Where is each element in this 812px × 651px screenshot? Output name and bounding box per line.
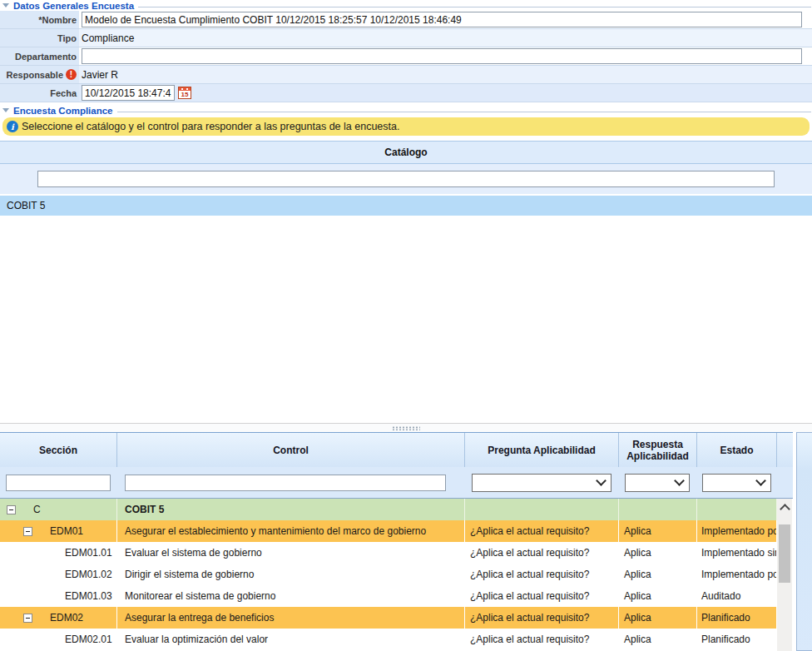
vertical-scrollbar[interactable] [777, 499, 792, 651]
grid-body: CCOBIT 5EDM01Asegurar el establecimiento… [0, 499, 793, 651]
cell-seccion: C [0, 499, 117, 520]
filter-seccion-input[interactable] [6, 475, 111, 491]
required-warning-icon: ! [66, 69, 77, 80]
responsable-label-text: Responsable [7, 70, 63, 80]
seccion-text: C [33, 504, 41, 515]
calendar-icon[interactable]: 15 [178, 87, 191, 99]
cell-respuesta: Aplica [619, 607, 697, 629]
form-row-tipo: Tipo Compliance [0, 29, 812, 47]
cell-pregunta: ¿Aplica el actual requisito? [465, 629, 619, 650]
seccion-text: EDM02.01 [65, 634, 112, 645]
cell-estado: Planificado [697, 607, 777, 629]
cell-control: COBIT 5 [117, 499, 465, 520]
column-header-gutter [777, 433, 793, 467]
column-header-estado[interactable]: Estado [697, 433, 777, 467]
grid-row-edm01.01[interactable]: EDM01.01Evaluar el sistema de gobierno¿A… [0, 542, 777, 564]
filter-control-input[interactable] [125, 475, 446, 491]
catalog-header: Catálogo [0, 141, 812, 164]
grid-filter-row [0, 467, 793, 499]
right-side-panel [796, 432, 812, 651]
section-rule [138, 7, 811, 7]
cell-respuesta: Aplica [619, 542, 697, 564]
cell-seccion: EDM01.03 [0, 585, 117, 607]
catalog-empty-area [0, 216, 812, 423]
cell-estado: Auditado [697, 585, 777, 607]
fecha-input[interactable] [82, 85, 175, 101]
collapse-arrow-icon[interactable] [2, 108, 9, 112]
filter-pregunta-select[interactable] [472, 474, 611, 492]
cell-respuesta: Aplica [619, 585, 697, 607]
departamento-label: Departamento [0, 47, 79, 65]
cell-pregunta: ¿Aplica el actual requisito? [465, 585, 619, 607]
filter-respuesta-select[interactable] [625, 474, 690, 492]
seccion-text: EDM02 [50, 612, 83, 624]
responsable-label: Responsable ! [0, 66, 79, 83]
departamento-input[interactable] [82, 48, 802, 64]
grid-rows: CCOBIT 5EDM01Asegurar el establecimiento… [0, 499, 777, 650]
cell-pregunta: ¿Aplica el actual requisito? [465, 542, 619, 564]
cell-control: Evaluar el sistema de gobierno [117, 542, 465, 564]
cell-estado: Implementado sin [697, 542, 777, 564]
collapse-minus-icon[interactable] [23, 614, 32, 623]
cell-estado: Planificado [697, 629, 777, 650]
scroll-up-icon[interactable] [780, 504, 790, 514]
cell-control: Asegurar el establecimiento y mantenimie… [117, 520, 465, 542]
cell-control: Dirigir el sistema de gobierno [117, 564, 465, 585]
column-header-pregunta[interactable]: Pregunta Aplicabilidad [465, 433, 619, 467]
seccion-text: EDM01.03 [65, 590, 112, 602]
responsable-value: Javier R [79, 66, 812, 83]
page: Datos Generales Encuesta *Nombre Tipo Co… [0, 0, 812, 651]
info-banner: i Seleccione el catálogo y el control pa… [2, 117, 810, 136]
column-header-respuesta[interactable]: Respuesta Aplicabilidad [619, 433, 697, 467]
grid-row-edm01[interactable]: EDM01Asegurar el establecimiento y mante… [0, 520, 777, 542]
filter-estado-select[interactable] [702, 474, 771, 492]
catalog-filter-row [0, 164, 812, 194]
section-rule [117, 112, 811, 112]
splitter-handle-icon[interactable] [392, 426, 420, 430]
form-row-responsable: Responsable ! Javier R [0, 66, 812, 84]
horizontal-splitter[interactable] [0, 423, 812, 432]
form-row-fecha: Fecha 15 [0, 84, 812, 102]
grid-row-edm02[interactable]: EDM02Asegurar la entrega de beneficios¿A… [0, 607, 777, 629]
grid-header: Sección Control Pregunta Aplicabilidad R… [0, 432, 793, 467]
cell-control: Monitorear el sistema de gobierno [117, 585, 465, 607]
section-title: Encuesta Compliance [13, 106, 113, 116]
cell-respuesta: Aplica [619, 520, 697, 542]
info-icon: i [7, 121, 18, 132]
cell-respuesta: Aplica [619, 629, 697, 650]
collapse-minus-icon[interactable] [23, 527, 32, 536]
form-row-nombre: *Nombre [0, 11, 812, 29]
cell-pregunta: ¿Aplica el actual requisito? [465, 520, 619, 542]
cell-control: Asegurar la entrega de beneficios [117, 607, 465, 629]
cell-seccion: EDM01 [0, 520, 117, 542]
seccion-text: EDM01.01 [65, 547, 112, 559]
collapse-minus-icon[interactable] [7, 505, 16, 514]
tipo-value: Compliance [79, 29, 812, 47]
chevron-down-icon [596, 475, 607, 486]
section-header-datos-generales: Datos Generales Encuesta [0, 0, 812, 11]
catalog-item[interactable]: COBIT 5 [0, 196, 812, 216]
cell-respuesta: Aplica [619, 564, 697, 585]
cell-seccion: EDM01.01 [0, 542, 117, 564]
grid-row-c[interactable]: CCOBIT 5 [0, 499, 777, 520]
catalog-list: COBIT 5 [0, 194, 812, 216]
column-header-control[interactable]: Control [117, 433, 465, 467]
cell-estado [697, 499, 777, 520]
cell-estado: Implementado por [697, 520, 777, 542]
controls-grid: Sección Control Pregunta Aplicabilidad R… [0, 432, 793, 651]
grid-row-edm01.03[interactable]: EDM01.03Monitorear el sistema de gobiern… [0, 585, 777, 607]
nombre-label: *Nombre [0, 11, 79, 28]
seccion-text: EDM01 [50, 525, 83, 537]
cell-seccion: EDM02 [0, 607, 117, 629]
nombre-input[interactable] [82, 12, 802, 27]
column-header-seccion[interactable]: Sección [0, 433, 117, 467]
cell-respuesta [619, 499, 697, 520]
scrollbar-thumb[interactable] [779, 524, 790, 583]
grid-row-edm02.01[interactable]: EDM02.01Evaluar la optimización del valo… [0, 629, 777, 650]
grid-zone: Sección Control Pregunta Aplicabilidad R… [0, 432, 812, 651]
cell-estado: Implementado por [697, 564, 777, 585]
collapse-arrow-icon[interactable] [2, 3, 9, 7]
catalog-filter-input[interactable] [37, 171, 775, 187]
grid-row-edm01.02[interactable]: EDM01.02Dirigir el sistema de gobierno¿A… [0, 564, 777, 585]
chevron-down-icon [755, 475, 766, 486]
